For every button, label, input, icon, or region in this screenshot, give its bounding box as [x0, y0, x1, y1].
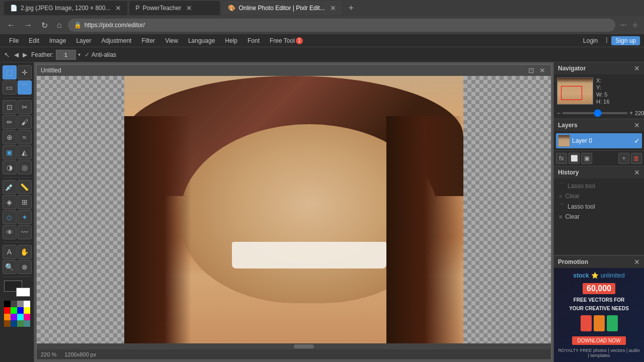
color-brown[interactable] — [4, 320, 11, 327]
tab-3[interactable]: 🎨 Online Photo Editor | Pixlr Edit... ✕ — [222, 1, 342, 15]
eyedropper-tool[interactable]: 💉 — [3, 180, 17, 194]
color-white[interactable] — [24, 301, 30, 307]
patch-tool[interactable]: ⊞ — [18, 195, 32, 209]
slice-tool[interactable]: ✂ — [18, 100, 32, 114]
layer-group-button[interactable]: ▣ — [581, 153, 592, 164]
horizontal-scrollbar[interactable] — [37, 343, 551, 349]
scrollbar-thumb[interactable] — [294, 344, 314, 348]
history-close-button[interactable]: ✕ — [634, 168, 640, 176]
layer-mask-button[interactable]: ⬜ — [569, 153, 580, 164]
menu-file[interactable]: File — [4, 36, 24, 45]
nav-prev-icon[interactable]: ◀ — [14, 51, 19, 58]
menu-view[interactable]: View — [160, 36, 183, 45]
color-olive[interactable] — [17, 320, 24, 327]
color-yellow[interactable] — [24, 307, 30, 314]
menu-image[interactable]: Image — [44, 36, 71, 45]
color-orange[interactable] — [4, 314, 11, 320]
history-item-0[interactable]: ⌒ Lasso tool — [556, 180, 642, 191]
color-purple[interactable] — [11, 314, 17, 320]
layers-header[interactable]: Layers ✕ — [554, 119, 644, 131]
menu-font[interactable]: Font — [243, 36, 265, 45]
redeye-tool[interactable]: 👁 — [3, 225, 17, 239]
nav-home-button[interactable]: ⌂ — [54, 19, 65, 32]
login-button[interactable]: Login — [579, 36, 602, 45]
color-pink[interactable] — [24, 314, 30, 320]
lasso-tool[interactable]: ⌒ — [18, 80, 32, 95]
layer-delete-button[interactable]: 🗑 — [631, 153, 642, 164]
color-green[interactable] — [11, 307, 17, 314]
layers-close-button[interactable]: ✕ — [634, 121, 640, 129]
hand-tool[interactable]: ✋ — [18, 245, 32, 259]
promotion-header[interactable]: Promotion ✕ — [554, 256, 644, 268]
pencil-tool[interactable]: ✏ — [3, 115, 17, 129]
menu-adjustment[interactable]: Adjustment — [96, 36, 136, 45]
menu-layer[interactable]: Layer — [71, 36, 96, 45]
crop-tool[interactable]: ⊡ — [3, 100, 17, 114]
background-color[interactable] — [16, 288, 30, 297]
color-teal[interactable] — [11, 320, 17, 327]
heal-tool[interactable]: ◈ — [3, 195, 17, 209]
history-item-1[interactable]: ≡ Clear — [556, 191, 642, 201]
promotion-close-button[interactable]: ✕ — [634, 258, 640, 266]
address-bar[interactable]: 🔒 https://pixlr.com/editor/ — [68, 19, 615, 32]
color-darkgray[interactable] — [11, 301, 17, 307]
sharpen-tool[interactable]: ◇ — [3, 210, 17, 224]
canvas-minimize-button[interactable]: ⊡ — [527, 66, 536, 74]
history-item-3[interactable]: ≡ Clear — [556, 212, 642, 222]
color-slate[interactable] — [24, 320, 30, 327]
fill-tool[interactable]: ▣ — [3, 145, 17, 159]
brush-tool[interactable]: 🖌 — [18, 115, 32, 129]
navigator-close-button[interactable]: ✕ — [634, 64, 640, 72]
canvas-viewport[interactable] — [37, 76, 551, 343]
selection-tool[interactable]: ⬚ — [3, 65, 17, 79]
dodge-tool[interactable]: ◑ — [3, 160, 17, 174]
color-blue[interactable] — [17, 307, 24, 314]
layer-0-visible-icon[interactable]: ✓ — [634, 137, 640, 145]
tab-2-close[interactable]: ✕ — [186, 4, 192, 12]
color-black[interactable] — [4, 301, 11, 307]
feather-input[interactable] — [56, 50, 76, 60]
nav-back-button[interactable]: ← — [4, 19, 18, 32]
measure-tool[interactable]: 📏 — [18, 180, 32, 194]
smudge-tool[interactable]: ≈ — [18, 130, 32, 144]
color-red[interactable] — [4, 307, 11, 314]
rect-select-tool[interactable]: ▭ — [3, 80, 17, 95]
tab-1-close[interactable]: ✕ — [115, 4, 121, 12]
zoom-minus-icon[interactable]: − — [557, 110, 560, 117]
zoom-slider[interactable] — [562, 112, 627, 114]
text-tool[interactable]: A — [3, 245, 17, 259]
menu-help[interactable]: Help — [220, 36, 243, 45]
menu-filter[interactable]: Filter — [136, 36, 160, 45]
canvas-close-button[interactable]: ✕ — [538, 66, 547, 74]
color-gray[interactable] — [17, 301, 24, 307]
new-tab-button[interactable]: + — [344, 1, 358, 15]
history-header[interactable]: History ✕ — [554, 166, 644, 178]
color-cyan[interactable] — [17, 314, 24, 320]
feather-arrow[interactable]: ▾ — [78, 52, 80, 57]
extensions-icon[interactable]: ⋯ — [618, 20, 628, 31]
tab-2[interactable]: P PowerTeacher ✕ — [129, 1, 220, 15]
blur-tool[interactable]: ◎ — [18, 160, 32, 174]
signup-button[interactable]: Sign up — [611, 36, 640, 45]
zoom-tool[interactable]: 🔍 — [3, 260, 17, 274]
gradient-tool[interactable]: ◭ — [18, 145, 32, 159]
sparkle-tool[interactable]: ✦ — [18, 210, 32, 224]
promo-download-button[interactable]: DOWNLOAD NOW — [572, 336, 625, 345]
extra-tool[interactable]: ⊗ — [18, 260, 32, 274]
layer-add-button[interactable]: + — [618, 153, 629, 164]
menu-language[interactable]: Language — [183, 36, 220, 45]
tab-3-close[interactable]: ✕ — [330, 4, 336, 12]
layer-item-0[interactable]: Layer 0 ✓ — [556, 133, 642, 148]
move-tool[interactable]: ✛ — [18, 65, 32, 79]
history-item-2[interactable]: ⌒ Lasso tool — [556, 201, 642, 212]
clone-tool[interactable]: ⊕ — [3, 130, 17, 144]
menu-free-tool[interactable]: Free Tool 1 — [265, 36, 308, 45]
tab-1[interactable]: 📄 2.jpg (JPEG Image, 1200 × 800... ✕ — [4, 1, 127, 15]
menu-edit[interactable]: Edit — [24, 36, 44, 45]
nav-forward-button[interactable]: → — [21, 19, 35, 32]
bookmark-icon[interactable]: ☆ — [630, 20, 640, 31]
navigator-header[interactable]: Navigator ✕ — [554, 62, 644, 74]
nav-next-icon[interactable]: ▶ — [23, 51, 27, 58]
layer-fx-button[interactable]: fx — [556, 153, 567, 164]
liquify-tool[interactable]: 〰 — [18, 225, 32, 239]
